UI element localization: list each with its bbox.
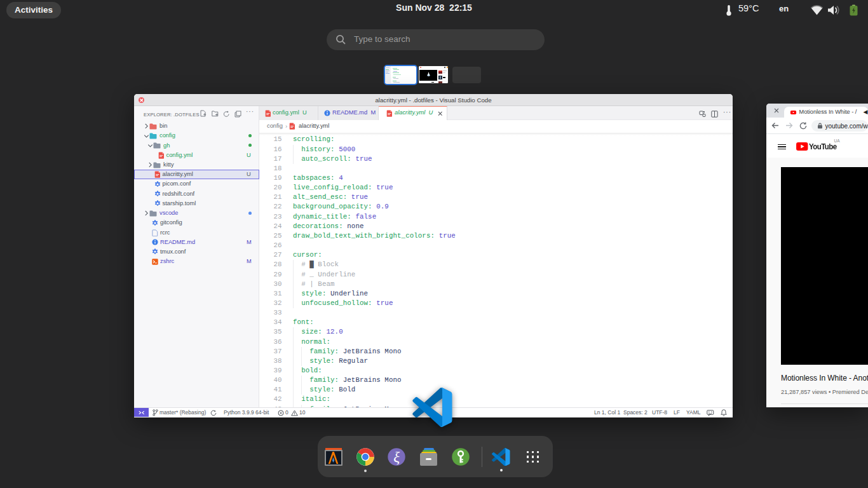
svg-text:ξ: ξ (393, 449, 400, 465)
